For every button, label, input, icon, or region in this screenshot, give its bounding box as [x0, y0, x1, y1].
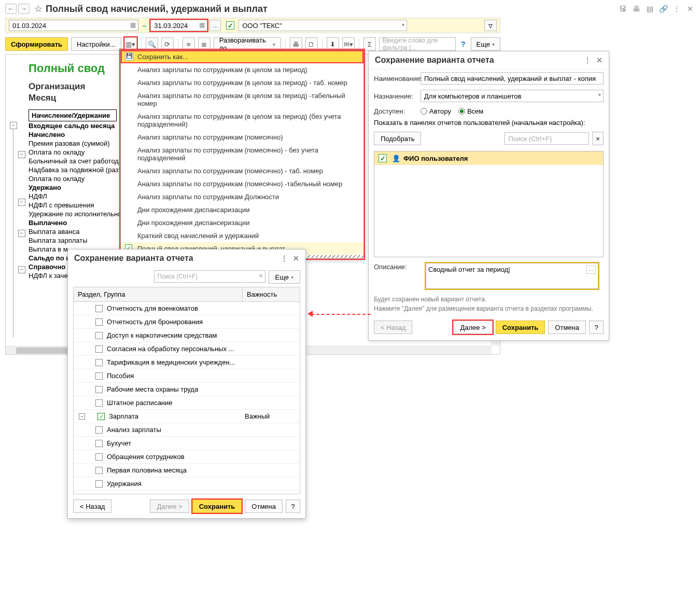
menu-item[interactable]: Анализ зарплаты по сотрудникам (в целом … — [121, 63, 363, 76]
menu-item[interactable]: Анализ зарплаты по сотрудникам (помесячн… — [121, 164, 363, 177]
menu-item[interactable]: Анализ зарплаты по сотрудникам (помесячн… — [121, 131, 363, 144]
filter-button[interactable]: ▿ — [484, 20, 497, 31]
generate-button[interactable]: Сформировать — [5, 37, 68, 51]
row-checkbox[interactable] — [95, 453, 103, 461]
menu-item[interactable]: Анализ зарплаты по сотрудникам (в целом … — [121, 76, 363, 89]
row-checkbox[interactable] — [95, 467, 103, 474]
section-search-input[interactable]: Поиск (Ctrl+F) × — [154, 270, 265, 283]
nav-back-button[interactable]: ← — [5, 4, 17, 14]
clear-search-button[interactable]: × — [592, 132, 604, 145]
table-row[interactable]: Удержания — [74, 477, 300, 491]
kebab-icon[interactable]: ⋮ — [281, 254, 288, 262]
radio-all[interactable] — [458, 108, 465, 115]
back-button[interactable]: < Назад — [374, 321, 412, 334]
save-button[interactable]: Сохранить — [496, 321, 545, 334]
table-row[interactable]: Доступ к наркотическим средствам — [74, 329, 300, 342]
row-checkbox[interactable] — [95, 359, 103, 366]
user-search-input[interactable]: Поиск (Ctrl+F) — [505, 132, 589, 145]
row-checkbox[interactable] — [95, 305, 103, 312]
menu-item[interactable]: Дни прохождения диспансаризации — [121, 203, 363, 216]
date-ellipsis-button[interactable]: … — [209, 20, 221, 31]
close-icon[interactable]: ✕ — [685, 4, 695, 13]
menu-item-save-as[interactable]: 💾 Сохранить как... — [121, 50, 363, 63]
variants-dropdown-button[interactable]: ▥▾ — [124, 37, 137, 51]
close-icon[interactable]: ✕ — [293, 254, 299, 262]
table-row[interactable]: Бухучет — [74, 437, 300, 450]
desc-expand-button[interactable]: … — [586, 266, 596, 274]
kebab-icon[interactable]: ⋮ — [672, 4, 681, 13]
date-to-input[interactable]: 31.03.2024 ▦ — [150, 20, 207, 31]
save-icon[interactable]: 🖫 — [618, 4, 627, 13]
cancel-button[interactable]: Отмена — [245, 499, 283, 513]
tree-collapse-icon[interactable]: − — [10, 122, 17, 129]
menu-item[interactable]: Дни прохождения диспансеризации — [121, 216, 363, 229]
date-from-input[interactable]: 01.03.2024 ▦ — [9, 20, 138, 31]
help-icon[interactable]: ? — [461, 40, 466, 48]
preview-icon[interactable]: 🗋 — [305, 37, 318, 51]
desc-textarea[interactable]: Сводный отчет за период| … — [426, 263, 598, 289]
menu-item[interactable]: Анализ зарплаты по сотрудникам Должности — [121, 190, 363, 203]
menu-item[interactable]: Анализ зарплаты по сотрудникам (в целом … — [121, 110, 363, 131]
menu-item[interactable]: Анализ зарплаты по сотрудникам (помесячн… — [121, 144, 363, 164]
tree-collapse-icon[interactable]: − — [18, 151, 25, 158]
row-checkbox[interactable] — [95, 318, 103, 326]
save-button[interactable]: Сохранить — [192, 499, 242, 513]
help-button[interactable]: ? — [589, 321, 604, 334]
more-button[interactable]: Еще ▾ — [269, 270, 300, 284]
row-checkbox[interactable] — [95, 426, 103, 434]
row-checkbox[interactable] — [95, 372, 103, 380]
row-checkbox[interactable] — [95, 345, 103, 353]
tree-collapse-icon[interactable]: − — [18, 230, 25, 237]
org-enable-checkbox[interactable]: ✓ — [226, 21, 234, 30]
user-checkbox[interactable]: ✓ — [379, 154, 387, 162]
close-icon[interactable]: ✕ — [596, 56, 603, 64]
favorite-icon[interactable]: ☆ — [34, 3, 43, 15]
pick-button[interactable]: Подобрать — [374, 132, 421, 145]
kebab-icon[interactable]: ⋮ — [584, 56, 591, 64]
clear-icon[interactable]: × — [259, 272, 263, 280]
more-button[interactable]: Еще ▾ — [471, 37, 500, 51]
radio-author[interactable] — [421, 108, 427, 115]
collapse-icon[interactable]: ≡ — [183, 37, 195, 51]
table-row[interactable]: −✓ЗарплатаВажный — [74, 410, 300, 423]
table-row[interactable]: Пособия — [74, 369, 300, 383]
doc-icon[interactable]: ▤ — [645, 4, 654, 13]
help-button[interactable]: ? — [286, 499, 300, 513]
table-row[interactable]: Рабочие места охраны труда — [74, 383, 300, 396]
table-row[interactable]: Согласия на обработку персональных ... — [74, 342, 300, 356]
row-checkbox[interactable] — [95, 332, 103, 339]
settings-button[interactable]: Настройки... — [71, 37, 121, 51]
menu-item[interactable]: Анализ зарплаты по сотрудникам (в целом … — [121, 89, 363, 110]
table-row[interactable]: Штатное расписание — [74, 396, 300, 410]
nav-fwd-button[interactable]: → — [18, 4, 30, 14]
tree-collapse-icon[interactable]: − — [18, 199, 25, 206]
row-checkbox[interactable] — [95, 480, 103, 488]
table-row[interactable]: Первая половина месяца — [74, 464, 300, 477]
row-checkbox[interactable] — [95, 440, 103, 447]
download-icon[interactable]: ⬇ — [327, 37, 339, 51]
table-row[interactable]: Отчетность для бронирования — [74, 315, 300, 329]
row-checkbox[interactable]: ✓ — [97, 413, 105, 420]
word-filter-input[interactable]: Введите слово для фильтра (... — [379, 37, 456, 51]
calendar-icon[interactable]: ▦ — [130, 21, 136, 29]
link-icon[interactable]: 🔗 — [659, 4, 668, 13]
table-row[interactable]: Отчетность для военкоматов — [74, 302, 300, 315]
print-icon[interactable]: 🖶 — [632, 4, 641, 13]
sum-icon[interactable]: Σ — [363, 37, 376, 51]
expand-icon[interactable]: ≣ — [198, 37, 211, 51]
row-checkbox[interactable] — [95, 386, 103, 393]
table-row[interactable]: Анализ зарплаты — [74, 423, 300, 437]
table-row[interactable]: Обращения сотрудников — [74, 450, 300, 464]
cancel-button[interactable]: Отмена — [548, 321, 586, 334]
menu-item[interactable]: Анализ зарплаты по сотрудникам (помесячн… — [121, 177, 363, 190]
tree-collapse-icon[interactable]: − — [18, 266, 25, 273]
expand-to-button[interactable]: Разворачивать до ▾ — [214, 37, 281, 51]
name-input[interactable]: Полный свод начислений, удержаний и выпл… — [421, 72, 604, 85]
table-row[interactable]: Тарификация в медицинских учрежден... — [74, 356, 300, 369]
mail-icon[interactable]: ✉▾ — [342, 37, 355, 51]
print2-icon[interactable]: 🖶 — [290, 37, 302, 51]
tree-expand-icon[interactable]: − — [79, 413, 85, 420]
back-button[interactable]: < Назад — [73, 499, 111, 513]
search-icon[interactable]: 🔍 — [146, 37, 158, 51]
refresh-icon[interactable]: ⟳ — [161, 37, 174, 51]
